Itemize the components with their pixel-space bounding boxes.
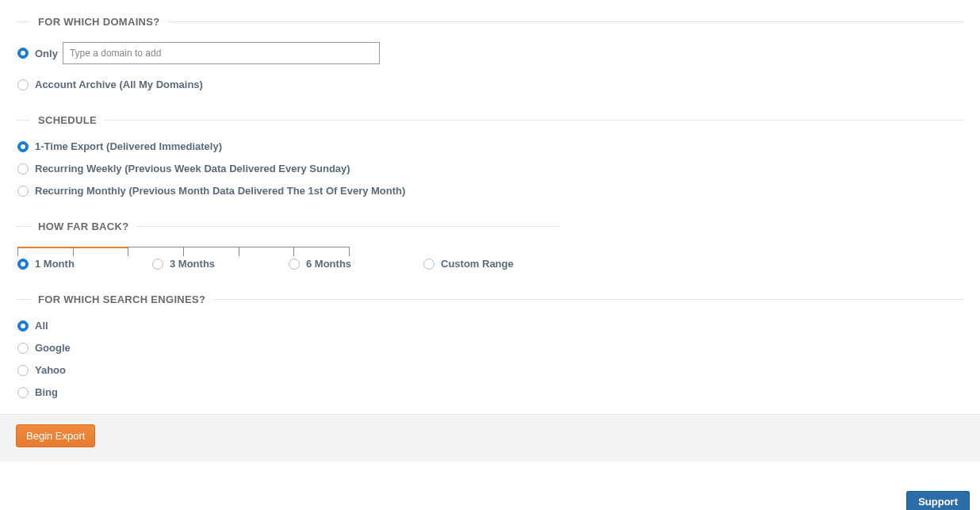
radio-3months[interactable] xyxy=(152,259,163,270)
domain-input[interactable] xyxy=(63,42,380,64)
radio-only-label[interactable]: Only xyxy=(35,48,58,59)
radio-only[interactable] xyxy=(17,48,29,59)
radio-weekly-label[interactable]: Recurring Weekly (Previous Week Data Del… xyxy=(35,163,350,174)
radio-yahoo-label[interactable]: Yahoo xyxy=(35,364,66,376)
radio-6months[interactable] xyxy=(289,259,300,270)
radio-google[interactable] xyxy=(17,343,29,354)
slider[interactable] xyxy=(16,247,349,256)
section-title-how-far: HOW FAR BACK? xyxy=(38,220,128,232)
radio-archive[interactable] xyxy=(17,79,29,90)
section-how-far: HOW FAR BACK? 1 Month 3 Months xyxy=(16,220,964,270)
radio-1month-label[interactable]: 1 Month xyxy=(35,258,75,270)
section-header-engines: FOR WHICH SEARCH ENGINES? xyxy=(16,293,964,305)
section-engines: FOR WHICH SEARCH ENGINES? All Google Yah… xyxy=(16,293,964,398)
radio-6months-label[interactable]: 6 Months xyxy=(306,258,351,270)
footer: Begin Export xyxy=(0,414,980,462)
section-schedule: SCHEDULE 1-Time Export (Delivered Immedi… xyxy=(16,114,964,197)
radio-custom-range[interactable] xyxy=(423,259,434,270)
radio-all-label[interactable]: All xyxy=(35,320,48,332)
radio-bing-label[interactable]: Bing xyxy=(35,386,58,398)
radio-monthly[interactable] xyxy=(17,186,29,197)
radio-custom-range-label[interactable]: Custom Range xyxy=(441,258,514,270)
section-header-schedule: SCHEDULE xyxy=(16,114,964,126)
section-title-domains: FOR WHICH DOMAINS? xyxy=(38,16,159,28)
radio-3months-label[interactable]: 3 Months xyxy=(170,258,215,270)
section-header-how-far: HOW FAR BACK? xyxy=(16,220,964,232)
radio-weekly[interactable] xyxy=(17,163,29,174)
begin-export-button[interactable]: Begin Export xyxy=(16,424,95,447)
section-header-domains: FOR WHICH DOMAINS? xyxy=(16,16,964,28)
radio-monthly-label[interactable]: Recurring Monthly (Previous Month Data D… xyxy=(35,185,405,197)
section-title-engines: FOR WHICH SEARCH ENGINES? xyxy=(38,293,205,305)
radio-all[interactable] xyxy=(17,320,29,332)
radio-google-label[interactable]: Google xyxy=(35,342,71,354)
section-title-schedule: SCHEDULE xyxy=(38,114,97,126)
radio-once[interactable] xyxy=(17,141,29,152)
radio-once-label[interactable]: 1-Time Export (Delivered Immediately) xyxy=(35,140,222,152)
radio-bing[interactable] xyxy=(17,387,29,398)
radio-1month[interactable] xyxy=(17,259,29,270)
radio-archive-label[interactable]: Account Archive (All My Domains) xyxy=(35,79,203,90)
section-domains: FOR WHICH DOMAINS? Only Account Archive … xyxy=(16,16,964,90)
radio-yahoo[interactable] xyxy=(17,365,29,376)
